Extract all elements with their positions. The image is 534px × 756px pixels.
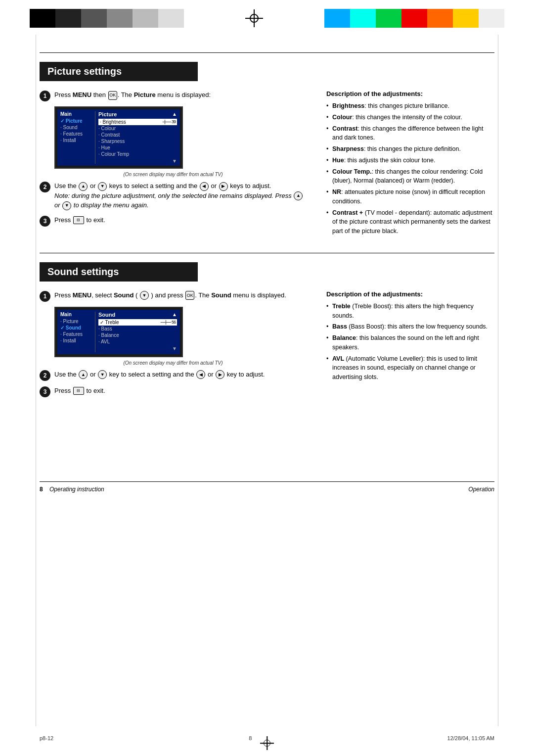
desc-balance: Balance: this balances the sound on the … <box>326 333 494 352</box>
page-number: 8 <box>40 486 43 493</box>
color-block-white <box>479 9 504 28</box>
footer-rule <box>40 481 494 482</box>
step2-text: Use the ▲ or ▼ keys to select a setting … <box>54 181 307 210</box>
sound-section-rule <box>40 253 494 253</box>
up-icon: ▲ <box>79 182 88 191</box>
bottom-crosshair <box>260 736 274 750</box>
color-block-red <box>401 9 427 28</box>
sound-two-col: 1 Press MENU, select Sound ( ▼ ) and pre… <box>40 290 494 402</box>
right-color-blocks <box>324 9 504 28</box>
footer-left-text: Operating instruction <box>49 486 104 493</box>
desc-bass: Bass (Bass Boost): this alters the low f… <box>326 322 494 331</box>
crosshair-circle <box>250 14 259 23</box>
tv-hue-row: · Hue <box>98 144 177 151</box>
tv-item-features: · Features <box>60 131 93 137</box>
ok-icon: OK <box>108 91 117 100</box>
picture-col-right: Description of the adjustments: Brightne… <box>326 90 494 238</box>
tv-brightness-row: · Brightness --|------ 39 <box>98 119 177 125</box>
tv-colourtemp-row: · Colour Temp <box>98 151 177 157</box>
color-block-green <box>376 9 401 28</box>
page-content: Picture settings 1 Press MENU then OK. T… <box>40 52 494 493</box>
color-block-orange <box>427 9 453 28</box>
tv-item-install: · Install <box>60 137 93 143</box>
bottom-right-text: 12/28/04, 11:05 AM <box>447 735 494 741</box>
sound-desc-list: Treble (Treble Boost): this alters the h… <box>326 302 494 382</box>
sound-step1-text: Press MENU, select Sound ( ▼ ) and press… <box>54 290 307 300</box>
desc-brightness: Brightness: this changes picture brillan… <box>326 101 494 111</box>
margin-line-right <box>498 35 498 726</box>
up-icon2: ▲ <box>294 191 303 200</box>
step3-num: 3 <box>40 216 50 227</box>
color-block-black <box>30 9 55 28</box>
color-block-lightgray <box>133 9 158 28</box>
tv-colour-row: · Colour <box>98 125 177 132</box>
sound-tv-sub-title: Sound ▲ <box>98 312 177 318</box>
sound-down2-icon: ▼ <box>98 370 107 379</box>
desc-colour: Colour: this changes the intensity of th… <box>326 113 494 122</box>
color-block-teal <box>350 9 376 28</box>
crosshair <box>245 9 263 27</box>
sound-desc-title: Description of the adjustments: <box>326 290 494 298</box>
sound-tv-item-picture: · Picture <box>60 318 93 325</box>
picture-tv-caption: (On screen display may differ from actua… <box>40 172 307 177</box>
desc-treble: Treble (Treble Boost): this alters the h… <box>326 302 494 321</box>
sound-step1: 1 Press MENU, select Sound ( ▼ ) and pre… <box>40 290 307 302</box>
desc-nr: NR: attenuates picture noise (snow) in d… <box>326 188 494 206</box>
sound-col-left: 1 Press MENU, select Sound ( ▼ ) and pre… <box>40 290 307 402</box>
tv-contrast-row: · Contrast <box>98 132 177 138</box>
step2-num: 2 <box>40 182 50 192</box>
step3-text: Press ⊟ to exit. <box>54 215 307 225</box>
picture-desc-list: Brightness: this changes picture brillan… <box>326 101 494 236</box>
tv-item-picture: ✓ Picture <box>60 118 93 124</box>
sound-step2-text: Use the ▲ or ▼ key to select a setting a… <box>54 370 307 379</box>
picture-desc-title: Description of the adjustments: <box>326 90 494 97</box>
tv-item-sound: · Sound <box>60 124 93 131</box>
sound-up-icon: ▲ <box>79 370 88 379</box>
desc-hue: Hue: this adjusts the skin colour tone. <box>326 156 494 165</box>
sound-step3: 3 Press ⊟ to exit. <box>40 386 307 397</box>
color-block-cyan <box>324 9 350 28</box>
color-block-dark <box>55 9 81 28</box>
top-color-bar <box>30 9 504 28</box>
picture-section-rule <box>40 52 494 53</box>
down-icon: ▼ <box>98 182 107 191</box>
left-icon: ◀ <box>200 182 209 191</box>
sound-step2-num: 2 <box>40 370 50 381</box>
tv-sub-title: Picture ▲ <box>98 111 177 117</box>
sound-balance-row: · Balance <box>98 332 177 338</box>
tv-main-title: Main <box>60 111 93 117</box>
footer-area: 8 Operating instruction Operation <box>40 481 494 493</box>
footer-right-text: Operation <box>468 486 494 493</box>
margin-line-left <box>36 35 36 726</box>
menu-icon: ⊟ <box>73 216 84 224</box>
sound-tv-item-features: · Features <box>60 331 93 337</box>
picture-tv-screen: Main ✓ Picture · Sound · Features · Inst… <box>54 106 183 169</box>
sound-section: Sound settings 1 Press MENU, select Soun… <box>40 253 494 402</box>
bottom-left-text: p8-12 <box>40 735 53 741</box>
picture-step3: 3 Press ⊟ to exit. <box>40 215 307 227</box>
tv-sub-col: Picture ▲ · Brightness --|------ 39 · Co… <box>95 111 177 164</box>
color-block-silver <box>158 9 184 28</box>
left-color-blocks <box>30 9 184 28</box>
color-block-yellow <box>453 9 479 28</box>
sound-left-icon: ◀ <box>196 370 205 379</box>
sound-tv-screen: Main · Picture ✓ Sound · Features · Inst… <box>54 307 183 357</box>
color-block-gray <box>81 9 107 28</box>
desc-contrastplus: Contrast + (TV model - dependant): autom… <box>326 208 494 236</box>
sound-avl-row: · AVL <box>98 338 177 345</box>
sound-tv-sub-col: Sound ▲ ✓ Treble -----|----- 56 · Bass ·… <box>95 312 177 352</box>
sound-tv-item-install: · Install <box>60 337 93 344</box>
sound-down-icon: ▼ <box>140 291 149 300</box>
desc-colourtemp: Colour Temp.: this changes the colour re… <box>326 167 494 186</box>
center-crosshair-area <box>184 9 324 28</box>
step1-text: Press MENU then OK. The Picture menu is … <box>54 90 307 100</box>
desc-sharpness: Sharpness: this changes the picture defi… <box>326 144 494 154</box>
desc-avl: AVL (Automatic Volume Leveller): this is… <box>326 354 494 382</box>
right-icon: ▶ <box>219 182 228 191</box>
desc-contrast: Contrast: this changes the difference be… <box>326 124 494 143</box>
step1-num: 1 <box>40 91 50 101</box>
sound-step2: 2 Use the ▲ or ▼ key to select a setting… <box>40 370 307 381</box>
sound-tv-main-col: Main · Picture ✓ Sound · Features · Inst… <box>60 312 95 352</box>
sound-tv-screen-inner: Main · Picture ✓ Sound · Features · Inst… <box>57 310 180 354</box>
tv-screen-inner: Main ✓ Picture · Sound · Features · Inst… <box>57 109 180 166</box>
